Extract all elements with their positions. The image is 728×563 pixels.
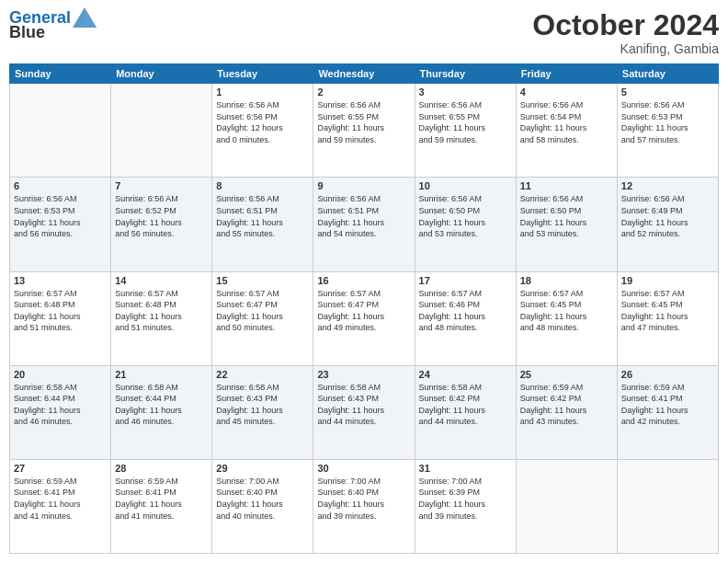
header: General Blue October 2024 Kanifing, Gamb… xyxy=(9,9,719,56)
day-number: 24 xyxy=(419,369,512,380)
table-row: 9Sunrise: 6:56 AMSunset: 6:51 PMDaylight… xyxy=(313,178,415,271)
day-number: 6 xyxy=(14,180,107,191)
table-row: 28Sunrise: 6:59 AMSunset: 6:41 PMDayligh… xyxy=(111,459,212,553)
day-number: 23 xyxy=(317,369,410,380)
day-number: 31 xyxy=(419,463,512,474)
table-row: 5Sunrise: 6:56 AMSunset: 6:53 PMDaylight… xyxy=(617,84,718,178)
day-info: Sunrise: 6:56 AMSunset: 6:52 PMDaylight:… xyxy=(115,193,208,239)
day-info: Sunrise: 6:59 AMSunset: 6:41 PMDaylight:… xyxy=(14,476,107,522)
table-row: 13Sunrise: 6:57 AMSunset: 6:48 PMDayligh… xyxy=(10,271,111,365)
table-row: 10Sunrise: 6:56 AMSunset: 6:50 PMDayligh… xyxy=(415,178,516,271)
table-row: 12Sunrise: 6:56 AMSunset: 6:49 PMDayligh… xyxy=(617,178,718,271)
day-number: 30 xyxy=(317,463,410,474)
calendar-table: Sunday Monday Tuesday Wednesday Thursday… xyxy=(9,63,719,554)
table-row: 14Sunrise: 6:57 AMSunset: 6:48 PMDayligh… xyxy=(111,271,212,365)
table-row: 23Sunrise: 6:58 AMSunset: 6:43 PMDayligh… xyxy=(313,365,415,459)
logo-icon xyxy=(73,7,97,28)
day-number: 17 xyxy=(419,275,512,286)
table-row: 18Sunrise: 6:57 AMSunset: 6:45 PMDayligh… xyxy=(516,271,617,365)
day-number: 19 xyxy=(621,275,714,286)
day-number: 22 xyxy=(216,369,309,380)
day-info: Sunrise: 6:56 AMSunset: 6:50 PMDaylight:… xyxy=(520,193,613,239)
table-row: 26Sunrise: 6:59 AMSunset: 6:41 PMDayligh… xyxy=(617,365,718,459)
table-row: 3Sunrise: 6:56 AMSunset: 6:55 PMDaylight… xyxy=(415,84,516,178)
day-info: Sunrise: 6:58 AMSunset: 6:42 PMDaylight:… xyxy=(419,382,512,428)
day-info: Sunrise: 6:58 AMSunset: 6:44 PMDaylight:… xyxy=(14,382,107,428)
day-info: Sunrise: 7:00 AMSunset: 6:40 PMDaylight:… xyxy=(216,476,309,522)
day-number: 18 xyxy=(520,275,613,286)
day-info: Sunrise: 6:57 AMSunset: 6:47 PMDaylight:… xyxy=(317,288,410,334)
day-info: Sunrise: 6:58 AMSunset: 6:43 PMDaylight:… xyxy=(216,382,309,428)
day-info: Sunrise: 6:57 AMSunset: 6:45 PMDaylight:… xyxy=(621,288,714,334)
day-info: Sunrise: 6:56 AMSunset: 6:51 PMDaylight:… xyxy=(317,193,410,239)
day-number: 11 xyxy=(520,180,613,191)
day-number: 2 xyxy=(317,86,410,98)
day-number: 20 xyxy=(14,369,107,380)
day-number: 15 xyxy=(216,275,309,286)
day-info: Sunrise: 6:56 AMSunset: 6:53 PMDaylight:… xyxy=(621,99,714,145)
month-title: October 2024 xyxy=(532,9,719,41)
col-thursday: Thursday xyxy=(415,64,516,84)
col-sunday: Sunday xyxy=(10,64,111,84)
day-info: Sunrise: 6:56 AMSunset: 6:53 PMDaylight:… xyxy=(14,193,107,239)
calendar-header-row: Sunday Monday Tuesday Wednesday Thursday… xyxy=(10,64,719,84)
table-row: 24Sunrise: 6:58 AMSunset: 6:42 PMDayligh… xyxy=(415,365,516,459)
day-info: Sunrise: 6:59 AMSunset: 6:41 PMDaylight:… xyxy=(115,476,208,522)
table-row: 21Sunrise: 6:58 AMSunset: 6:44 PMDayligh… xyxy=(111,365,212,459)
day-info: Sunrise: 6:57 AMSunset: 6:48 PMDaylight:… xyxy=(14,288,107,334)
table-row: 31Sunrise: 7:00 AMSunset: 6:39 PMDayligh… xyxy=(415,459,516,553)
day-info: Sunrise: 6:58 AMSunset: 6:43 PMDaylight:… xyxy=(317,382,410,428)
table-row: 30Sunrise: 7:00 AMSunset: 6:40 PMDayligh… xyxy=(313,459,415,553)
day-number: 28 xyxy=(115,463,208,474)
day-number: 14 xyxy=(115,275,208,286)
day-info: Sunrise: 6:56 AMSunset: 6:55 PMDaylight:… xyxy=(317,99,410,145)
day-info: Sunrise: 6:56 AMSunset: 6:54 PMDaylight:… xyxy=(520,99,613,145)
day-number: 5 xyxy=(621,86,714,98)
logo-text: General Blue xyxy=(9,9,97,42)
day-number: 25 xyxy=(520,369,613,380)
day-number: 4 xyxy=(520,86,613,98)
page: General Blue October 2024 Kanifing, Gamb… xyxy=(0,0,728,563)
day-info: Sunrise: 6:56 AMSunset: 6:55 PMDaylight:… xyxy=(419,99,512,145)
day-info: Sunrise: 6:56 AMSunset: 6:49 PMDaylight:… xyxy=(621,193,714,239)
day-info: Sunrise: 6:59 AMSunset: 6:41 PMDaylight:… xyxy=(621,382,714,428)
table-row: 20Sunrise: 6:58 AMSunset: 6:44 PMDayligh… xyxy=(10,365,111,459)
col-friday: Friday xyxy=(516,64,617,84)
table-row: 1Sunrise: 6:56 AMSunset: 6:56 PMDaylight… xyxy=(212,84,313,178)
day-number: 21 xyxy=(115,369,208,380)
table-row xyxy=(617,459,718,553)
logo-blue: Blue xyxy=(9,24,45,42)
calendar-week-row: 1Sunrise: 6:56 AMSunset: 6:56 PMDaylight… xyxy=(10,84,719,178)
day-number: 12 xyxy=(621,180,714,191)
table-row: 27Sunrise: 6:59 AMSunset: 6:41 PMDayligh… xyxy=(10,459,111,553)
table-row: 11Sunrise: 6:56 AMSunset: 6:50 PMDayligh… xyxy=(516,178,617,271)
calendar-week-row: 20Sunrise: 6:58 AMSunset: 6:44 PMDayligh… xyxy=(10,365,719,459)
day-number: 10 xyxy=(419,180,512,191)
title-area: October 2024 Kanifing, Gambia xyxy=(532,9,719,56)
day-info: Sunrise: 6:59 AMSunset: 6:42 PMDaylight:… xyxy=(520,382,613,428)
table-row: 17Sunrise: 6:57 AMSunset: 6:46 PMDayligh… xyxy=(415,271,516,365)
table-row: 16Sunrise: 6:57 AMSunset: 6:47 PMDayligh… xyxy=(313,271,415,365)
col-saturday: Saturday xyxy=(617,64,718,84)
table-row: 15Sunrise: 6:57 AMSunset: 6:47 PMDayligh… xyxy=(212,271,313,365)
day-info: Sunrise: 6:56 AMSunset: 6:51 PMDaylight:… xyxy=(216,193,309,239)
day-number: 13 xyxy=(14,275,107,286)
table-row xyxy=(10,84,111,178)
day-info: Sunrise: 6:56 AMSunset: 6:56 PMDaylight:… xyxy=(216,99,309,145)
day-info: Sunrise: 6:58 AMSunset: 6:44 PMDaylight:… xyxy=(115,382,208,428)
table-row xyxy=(111,84,212,178)
calendar-week-row: 6Sunrise: 6:56 AMSunset: 6:53 PMDaylight… xyxy=(10,178,719,271)
day-info: Sunrise: 6:57 AMSunset: 6:48 PMDaylight:… xyxy=(115,288,208,334)
calendar-week-row: 13Sunrise: 6:57 AMSunset: 6:48 PMDayligh… xyxy=(10,271,719,365)
day-number: 3 xyxy=(419,86,512,98)
table-row: 22Sunrise: 6:58 AMSunset: 6:43 PMDayligh… xyxy=(212,365,313,459)
table-row: 19Sunrise: 6:57 AMSunset: 6:45 PMDayligh… xyxy=(617,271,718,365)
table-row: 25Sunrise: 6:59 AMSunset: 6:42 PMDayligh… xyxy=(516,365,617,459)
table-row: 29Sunrise: 7:00 AMSunset: 6:40 PMDayligh… xyxy=(212,459,313,553)
table-row: 7Sunrise: 6:56 AMSunset: 6:52 PMDaylight… xyxy=(111,178,212,271)
col-wednesday: Wednesday xyxy=(313,64,415,84)
table-row xyxy=(516,459,617,553)
table-row: 2Sunrise: 6:56 AMSunset: 6:55 PMDaylight… xyxy=(313,84,415,178)
col-tuesday: Tuesday xyxy=(212,64,313,84)
calendar-week-row: 27Sunrise: 6:59 AMSunset: 6:41 PMDayligh… xyxy=(10,459,719,553)
